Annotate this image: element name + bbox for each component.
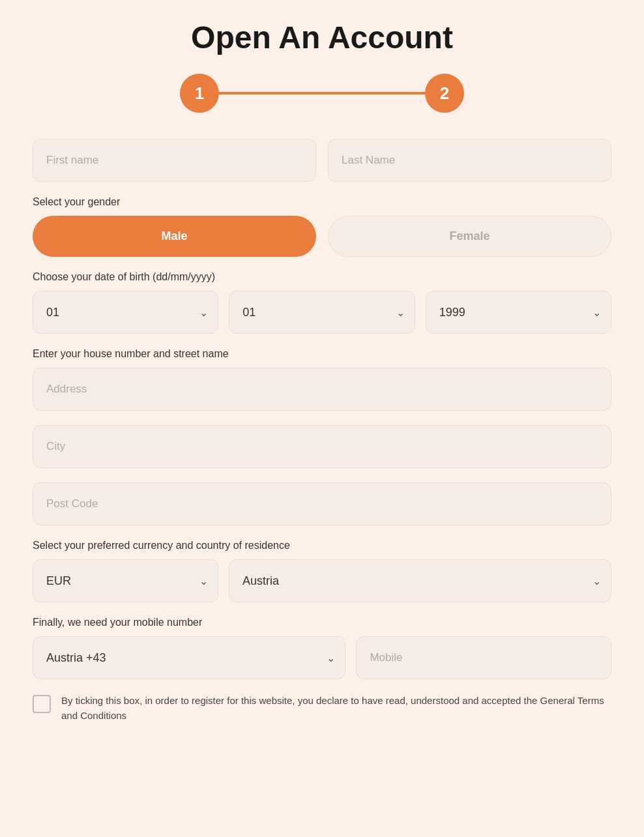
- step-2-circle: 2: [425, 74, 464, 113]
- currency-select[interactable]: EUR USD GBP CHF: [33, 559, 218, 602]
- terms-checkbox[interactable]: [33, 695, 51, 713]
- mobile-code-wrapper: Austria +43 Germany +49 France +33 Spain…: [33, 636, 345, 679]
- currency-wrapper: EUR USD GBP CHF ⌄: [33, 559, 218, 602]
- currency-country-row: EUR USD GBP CHF ⌄ Austria Germany France…: [33, 559, 611, 602]
- dob-day-wrapper: 01020304 05060708 09101112 13141516 1718…: [33, 291, 218, 334]
- address-label: Enter your house number and street name: [33, 348, 611, 360]
- mobile-row: Austria +43 Germany +49 France +33 Spain…: [33, 636, 611, 679]
- dob-day-select[interactable]: 01020304 05060708 09101112 13141516 1718…: [33, 291, 218, 334]
- step-line: [218, 92, 426, 95]
- dob-label: Choose your date of birth (dd/mm/yyyy): [33, 271, 611, 283]
- step-1-circle: 1: [180, 74, 219, 113]
- address-input[interactable]: [33, 368, 611, 411]
- mobile-label: Finally, we need your mobile number: [33, 617, 611, 628]
- dob-month-wrapper: 01020304 05060708 09101112 ⌄: [229, 291, 415, 334]
- country-wrapper: Austria Germany France Spain Italy Nethe…: [229, 559, 611, 602]
- dob-year-wrapper: 1990199119921993 1994199519961997 199819…: [426, 291, 611, 334]
- page-title: Open An Account: [33, 20, 611, 55]
- postcode-group: [33, 482, 611, 525]
- terms-row: By ticking this box, in order to registe…: [33, 694, 611, 723]
- dob-month-select[interactable]: 01020304 05060708 09101112: [229, 291, 415, 334]
- first-name-input[interactable]: [33, 139, 316, 182]
- mobile-input[interactable]: [356, 636, 611, 679]
- mobile-code-select[interactable]: Austria +43 Germany +49 France +33 Spain…: [33, 636, 345, 679]
- stepper: 1 2: [33, 74, 611, 113]
- gender-male-button[interactable]: Male: [33, 216, 316, 257]
- last-name-input[interactable]: [328, 139, 611, 182]
- mobile-input-wrapper: [356, 636, 611, 679]
- postcode-input[interactable]: [33, 482, 611, 525]
- dob-group: Choose your date of birth (dd/mm/yyyy) 0…: [33, 271, 611, 334]
- terms-label: By ticking this box, in order to registe…: [61, 694, 611, 723]
- currency-country-group: Select your preferred currency and count…: [33, 540, 611, 602]
- gender-group: Select your gender Male Female: [33, 196, 611, 257]
- gender-female-button[interactable]: Female: [328, 216, 611, 257]
- country-select[interactable]: Austria Germany France Spain Italy Nethe…: [229, 559, 611, 602]
- name-row: [33, 139, 611, 182]
- gender-label: Select your gender: [33, 196, 611, 208]
- currency-country-label: Select your preferred currency and count…: [33, 540, 611, 551]
- city-group: [33, 425, 611, 468]
- address-group: Enter your house number and street name: [33, 348, 611, 411]
- mobile-group: Finally, we need your mobile number Aust…: [33, 617, 611, 679]
- dob-year-select[interactable]: 1990199119921993 1994199519961997 199819…: [426, 291, 611, 334]
- gender-row: Male Female: [33, 216, 611, 257]
- dob-row: 01020304 05060708 09101112 13141516 1718…: [33, 291, 611, 334]
- city-input[interactable]: [33, 425, 611, 468]
